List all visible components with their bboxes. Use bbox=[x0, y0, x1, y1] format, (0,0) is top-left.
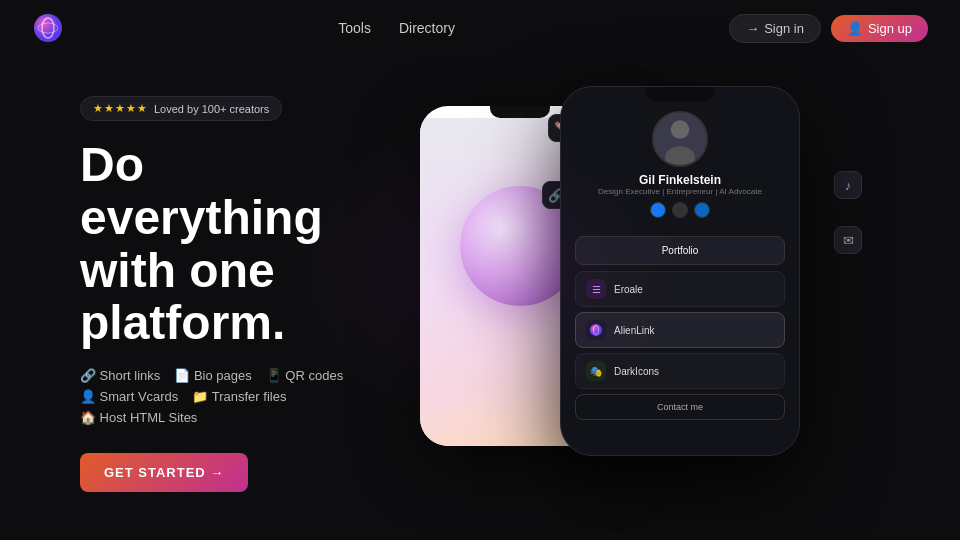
navbar: Tools Directory → Sign in 👤 Sign up bbox=[0, 0, 960, 56]
get-started-button[interactable]: GET STARTED → bbox=[80, 453, 248, 492]
social-icon-2 bbox=[672, 202, 688, 218]
signup-icon: 👤 bbox=[847, 21, 863, 36]
feature-smart-vcards: 👤 Smart Vcards bbox=[80, 389, 178, 404]
feature-bio-pages: 📄 Bio pages bbox=[174, 368, 251, 383]
nav-buttons: → Sign in 👤 Sign up bbox=[729, 14, 928, 43]
avatar-image bbox=[654, 113, 706, 165]
phone-front: Gil Finkelstein Design Executive | Entre… bbox=[560, 86, 800, 456]
profile-bio: Design Executive | Entrepreneur | AI Adv… bbox=[598, 187, 762, 196]
profile-socials bbox=[650, 202, 710, 218]
signin-button[interactable]: → Sign in bbox=[729, 14, 821, 43]
nav-links: Tools Directory bbox=[338, 20, 455, 36]
nav-tools[interactable]: Tools bbox=[338, 20, 371, 36]
eroale-label: Eroale bbox=[614, 284, 774, 295]
logo[interactable] bbox=[32, 12, 64, 44]
svg-point-4 bbox=[671, 120, 690, 139]
signin-icon: → bbox=[746, 21, 759, 36]
alienlink-label: AlienLink bbox=[614, 325, 774, 336]
link-item-darkicons[interactable]: 🎭 DarkIcons bbox=[575, 353, 785, 389]
eroale-icon: ☰ bbox=[586, 279, 606, 299]
alienlink-icon bbox=[586, 320, 606, 340]
nav-directory[interactable]: Directory bbox=[399, 20, 455, 36]
hero-section: ★★★★★ Loved by 100+ creators Do everythi… bbox=[0, 56, 960, 492]
social-icon-1 bbox=[650, 202, 666, 218]
darkicons-label: DarkIcons bbox=[614, 366, 774, 377]
feature-transfer-files: 📁 Transfer files bbox=[192, 389, 286, 404]
contact-button[interactable]: Contact me bbox=[575, 394, 785, 420]
link-item-alienlink[interactable]: AlienLink bbox=[575, 312, 785, 348]
phone-front-notch bbox=[645, 87, 715, 101]
feature-short-links: 🔗 Short links bbox=[80, 368, 160, 383]
phone-back-notch bbox=[490, 106, 550, 118]
loved-badge: ★★★★★ Loved by 100+ creators bbox=[80, 96, 282, 121]
profile-name: Gil Finkelstein bbox=[639, 173, 721, 187]
phone-mockups: ✏️ ▶ 🔗 ♪ ✉ bbox=[400, 76, 880, 476]
badge-text: Loved by 100+ creators bbox=[154, 103, 269, 115]
signup-button[interactable]: 👤 Sign up bbox=[831, 15, 928, 42]
feature-host-html: 🏠 Host HTML Sites bbox=[80, 410, 197, 425]
music-icon: ♪ bbox=[834, 171, 862, 199]
darkicons-icon: 🎭 bbox=[586, 361, 606, 381]
portfolio-button[interactable]: Portfolio bbox=[575, 236, 785, 265]
hero-left: ★★★★★ Loved by 100+ creators Do everythi… bbox=[80, 76, 400, 492]
avatar-silhouette bbox=[654, 111, 706, 165]
logo-icon bbox=[32, 12, 64, 44]
phone-front-inner: Gil Finkelstein Design Executive | Entre… bbox=[561, 101, 799, 430]
alienlink-logo-icon bbox=[589, 323, 603, 337]
feature-qr-codes: 📱 QR codes bbox=[266, 368, 343, 383]
social-icon-3 bbox=[694, 202, 710, 218]
link-item-eroale[interactable]: ☰ Eroale bbox=[575, 271, 785, 307]
hero-title: Do everything with one platform. bbox=[80, 139, 400, 350]
email-icon: ✉ bbox=[834, 226, 862, 254]
hero-features: 🔗 Short links 📄 Bio pages 📱 QR codes 👤 S… bbox=[80, 368, 400, 425]
avatar bbox=[652, 111, 708, 167]
badge-stars: ★★★★★ bbox=[93, 102, 148, 115]
profile-section: Gil Finkelstein Design Executive | Entre… bbox=[575, 111, 785, 226]
